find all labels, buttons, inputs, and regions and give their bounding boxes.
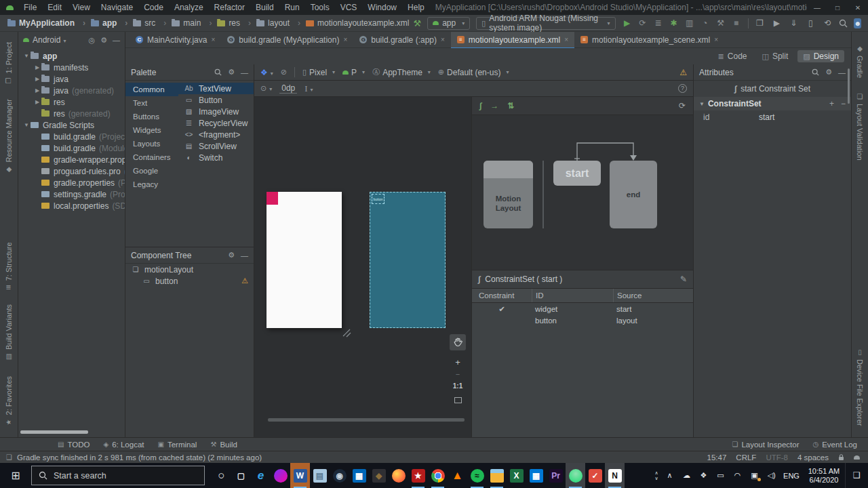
menu-item[interactable]: File bbox=[18, 0, 42, 15]
task-view-icon[interactable]: ▢ bbox=[231, 463, 251, 488]
tree-build-gradle-module[interactable]: build.gradle (Module: app) bbox=[18, 142, 125, 154]
minimize-panel-icon[interactable]: — bbox=[241, 68, 248, 77]
constraint-set-end-card[interactable]: end bbox=[610, 161, 657, 228]
menu-item[interactable]: Tools bbox=[305, 0, 335, 15]
ibeam-cursor-icon[interactable]: I bbox=[304, 83, 313, 94]
design-canvas[interactable]: button + − 1:1 bbox=[254, 97, 471, 437]
profile-avatar-icon[interactable]: ☻ bbox=[854, 18, 861, 28]
menu-item[interactable]: Code bbox=[138, 0, 169, 15]
todo-button[interactable]: ▤ TODO bbox=[58, 441, 90, 449]
spotify-icon[interactable]: ≈ bbox=[467, 463, 487, 488]
view-options-icon[interactable]: ⊙ bbox=[260, 84, 272, 93]
horizontal-scrollbar-thumb[interactable] bbox=[20, 430, 88, 434]
status-item[interactable]: 4 spaces bbox=[797, 453, 829, 462]
tool-tab-resource-manager[interactable]: ◆ Resource Manager bbox=[5, 99, 13, 174]
pan-hand-icon[interactable] bbox=[450, 334, 466, 350]
tool-tab-build-variants[interactable]: ▤ Build Variants bbox=[5, 304, 13, 361]
close-tab-icon[interactable]: × bbox=[441, 36, 445, 43]
chat-icon[interactable]: ▣ bbox=[746, 471, 763, 480]
android-studio-icon[interactable] bbox=[566, 463, 585, 488]
expand-arrow-icon[interactable]: ▼ bbox=[22, 53, 31, 59]
expand-arrow-icon[interactable]: ▶ bbox=[33, 64, 41, 70]
wifi-icon[interactable]: ◠ bbox=[729, 471, 746, 480]
profiler-button[interactable]: ◔ bbox=[700, 18, 711, 28]
search-input[interactable]: Start a search bbox=[31, 466, 205, 485]
search-icon[interactable] bbox=[214, 68, 222, 76]
tab-motionlayoutexample[interactable]: ≡ motionlayoutexample.xml × bbox=[451, 32, 574, 48]
edit-pencil-icon[interactable]: ✎ bbox=[680, 274, 687, 284]
paint3d-icon[interactable] bbox=[271, 463, 290, 488]
gear-icon[interactable]: ⚙ bbox=[228, 251, 235, 260]
tab-mainactivity[interactable]: C MainActivity.java × bbox=[130, 32, 221, 48]
start-button[interactable]: ⊞ bbox=[0, 463, 31, 488]
tab-build-gradle-project[interactable]: G build.gradle (MyApplication) × bbox=[221, 32, 353, 48]
constraintset-section-header[interactable]: ▼ ConstraintSet + − bbox=[694, 97, 851, 110]
battery-icon[interactable]: ▭ bbox=[712, 471, 729, 480]
crumb-src[interactable]: src bbox=[132, 18, 171, 28]
taskbar-scroll-arrows[interactable]: ∧ ∨ bbox=[652, 470, 661, 481]
device-manager-icon[interactable]: ▯ bbox=[805, 18, 816, 28]
close-tab-icon[interactable]: × bbox=[564, 36, 568, 43]
excel-icon[interactable]: X bbox=[507, 463, 526, 488]
expand-arrow-icon[interactable]: ▼ bbox=[22, 122, 31, 128]
tool-tab-device-file-explorer[interactable]: ▯ Device File Explorer bbox=[856, 348, 864, 426]
onedrive-icon[interactable]: ☁ bbox=[678, 471, 695, 480]
crumb-myapplication[interactable]: MyApplication bbox=[7, 18, 90, 28]
tree-manifests[interactable]: ▶ manifests bbox=[18, 62, 125, 73]
palette-item-imageview[interactable]: ▨ ImageView bbox=[178, 106, 254, 117]
tool-tab-layout-validation[interactable]: ❏ Layout Validation bbox=[856, 93, 864, 161]
locale-picker[interactable]: ⊕ Default (en-us) bbox=[438, 68, 509, 77]
close-tab-icon[interactable]: × bbox=[343, 36, 347, 43]
android-monitor-icon[interactable] bbox=[854, 455, 860, 460]
palette-item-textview[interactable]: Ab TextView bbox=[178, 83, 254, 94]
stop-button[interactable]: ■ bbox=[731, 18, 742, 28]
blueprint-toggle-icon[interactable]: ⊘ bbox=[281, 68, 287, 77]
calculator-icon[interactable]: ▦ bbox=[349, 463, 369, 488]
crumb-layout[interactable]: layout bbox=[256, 18, 305, 28]
project-view-select[interactable]: Android bbox=[33, 35, 66, 45]
palette-cat-google[interactable]: Google bbox=[125, 164, 178, 178]
palette-cat-widgets[interactable]: Widgets bbox=[125, 123, 178, 137]
gradle-sync-icon[interactable]: ⟲ bbox=[822, 18, 833, 28]
zoom-out-button[interactable]: − bbox=[450, 369, 466, 379]
tool-tab-structure[interactable]: ≣ 7: Structure bbox=[5, 242, 13, 289]
tool-tab-gradle[interactable]: ◆ Gradle bbox=[856, 45, 864, 78]
terminal-button[interactable]: ▣ Terminal bbox=[158, 441, 197, 449]
create-touch-handler-icon[interactable]: ⇅ bbox=[507, 101, 514, 110]
run-button[interactable]: ▶ bbox=[622, 18, 633, 28]
hide-panel-icon[interactable]: — bbox=[113, 36, 120, 45]
steam-icon[interactable]: ◉ bbox=[330, 463, 349, 488]
mode-design[interactable]: ▨ Design bbox=[797, 50, 844, 62]
status-item[interactable]: 15:47 bbox=[707, 453, 727, 462]
notepad-icon[interactable]: ▤ bbox=[310, 463, 330, 488]
tree-res-generated[interactable]: res (generated) bbox=[18, 108, 125, 119]
build-hammer-icon[interactable]: ⚒ bbox=[413, 18, 421, 28]
notion-icon[interactable]: N bbox=[605, 463, 625, 488]
tab-build-gradle-app[interactable]: G build.gradle (:app) × bbox=[353, 32, 451, 48]
todoist-icon[interactable]: ✓ bbox=[585, 463, 605, 488]
tree-build-gradle-project[interactable]: build.gradle (Project: MyApplication) bbox=[18, 131, 125, 142]
locate-file-icon[interactable]: ◎ bbox=[89, 36, 96, 45]
apply-code-changes-button[interactable]: ⚒ bbox=[715, 18, 726, 28]
palette-item-scrollview[interactable]: ▤ ScrollView bbox=[178, 140, 254, 152]
constraint-set-start-card[interactable]: start bbox=[553, 161, 601, 186]
taskbar-clock[interactable]: 10:51 AM 6/4/2020 bbox=[803, 467, 845, 485]
zoom-ratio-button[interactable]: 1:1 bbox=[450, 379, 466, 392]
search-everywhere-icon[interactable] bbox=[839, 19, 848, 28]
tab-motionlayoutexample-scene[interactable]: ≡ motionlayoutexample_scene.xml × bbox=[574, 32, 724, 48]
palette-item-button[interactable]: ▭ Button bbox=[178, 94, 254, 106]
tree-java-generated[interactable]: ▶ java (generated) bbox=[18, 85, 125, 96]
device-picker[interactable]: ▯ Pixel bbox=[302, 68, 335, 77]
edge-icon[interactable]: e bbox=[251, 463, 271, 488]
menu-item[interactable]: Window bbox=[362, 0, 402, 15]
tree-java[interactable]: ▶ java bbox=[18, 73, 125, 85]
vlc-icon[interactable]: ▲ bbox=[448, 463, 467, 488]
language-indicator[interactable]: ENG bbox=[780, 472, 803, 480]
expand-arrow-icon[interactable]: ▶ bbox=[33, 99, 41, 105]
menu-item[interactable]: Help bbox=[402, 0, 430, 15]
maximize-button[interactable]: □ bbox=[827, 4, 848, 12]
menu-item[interactable]: Navigate bbox=[96, 0, 138, 15]
device-select[interactable]: ▯ Android ARM Nougat (Missing system ima… bbox=[476, 17, 615, 30]
menu-item[interactable]: Edit bbox=[42, 0, 67, 15]
run-menu-button[interactable]: ≣ bbox=[653, 18, 664, 28]
